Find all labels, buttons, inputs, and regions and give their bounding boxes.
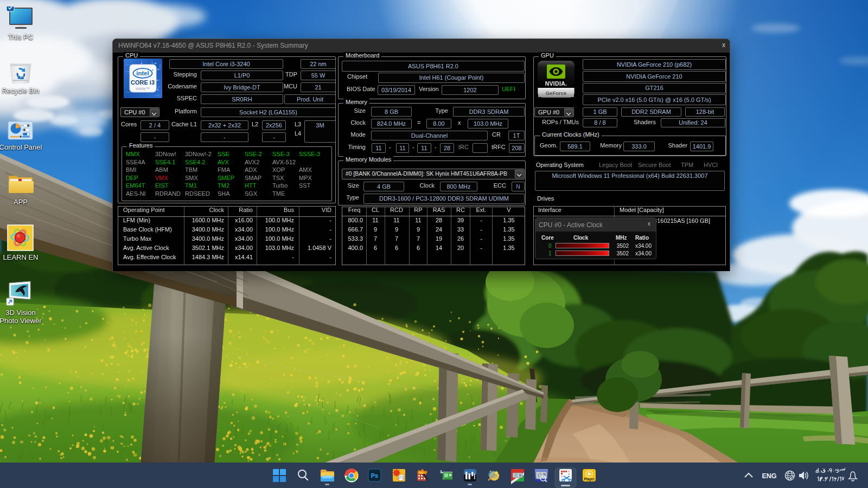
svg-text:ENG: ENG [762, 472, 776, 480]
svg-text:Player: Player [584, 477, 595, 481]
svg-text:GeForce: GeForce [546, 90, 567, 96]
svg-text:Ps: Ps [371, 472, 378, 479]
svg-text:NVIDIA.: NVIDIA. [545, 80, 567, 87]
